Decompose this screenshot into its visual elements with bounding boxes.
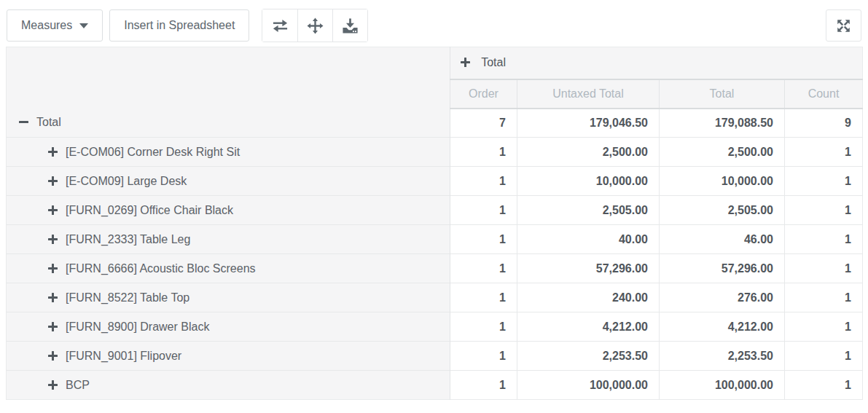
row-header-furn-8522-table-top[interactable]: [FURN_8522] Table Top <box>7 283 450 312</box>
pivot-value-cell[interactable]: 240.00 <box>517 283 660 312</box>
row-header-bcp[interactable]: BCP <box>7 371 450 400</box>
pivot-value-cell[interactable]: 7 <box>450 109 517 138</box>
pivot-value-cell[interactable]: 1 <box>450 371 517 400</box>
insert-in-spreadsheet-label: Insert in Spreadsheet <box>124 19 235 32</box>
pivot-value-cell[interactable]: 1 <box>785 196 863 225</box>
expand-all-icon <box>307 17 324 34</box>
pivot-value-cell[interactable]: 1 <box>450 283 517 312</box>
row-header-furn-0269-office-chair-black[interactable]: [FURN_0269] Office Chair Black <box>7 196 450 225</box>
flip-axis-button[interactable] <box>262 9 297 42</box>
fullscreen-button[interactable] <box>826 9 861 42</box>
measures-button-label: Measures <box>21 19 72 32</box>
row-label-text: [FURN_2333] Table Leg <box>66 233 190 245</box>
pivot-value-cell[interactable]: 1 <box>785 342 863 371</box>
row-header-e-com06-corner-desk-right-sit[interactable]: [E-COM06] Corner Desk Right Sit <box>7 138 450 167</box>
expand-all-button[interactable] <box>297 9 332 42</box>
pivot-value-cell[interactable]: 179,088.50 <box>660 109 785 138</box>
pivot-toolbar: Measures Insert in Spreadsheet <box>0 0 868 45</box>
pivot-value-cell[interactable]: 2,505.00 <box>517 196 660 225</box>
pivot-value-cell[interactable]: 10,000.00 <box>660 167 785 196</box>
pivot-value-cell[interactable]: 40.00 <box>517 225 660 254</box>
measure-header-total[interactable]: Total <box>660 79 785 109</box>
pivot-value-cell[interactable]: 10,000.00 <box>517 167 660 196</box>
measure-header-untaxed-total[interactable]: Untaxed Total <box>517 79 660 109</box>
pivot-col-group-row: Total <box>7 47 863 79</box>
pivot-value-cell[interactable]: 2,253.50 <box>517 342 660 371</box>
row-label-text: [FURN_6666] Acoustic Bloc Screens <box>66 262 256 275</box>
pivot-value-cell[interactable]: 179,046.50 <box>517 109 660 138</box>
row-header-e-com09-large-desk[interactable]: [E-COM09] Large Desk <box>7 167 450 196</box>
pivot-value-cell[interactable]: 9 <box>785 109 863 138</box>
row-label-text: [FURN_8522] Table Top <box>66 291 189 304</box>
pivot-value-cell[interactable]: 2,500.00 <box>517 138 660 167</box>
row-label-text: Total <box>36 116 61 128</box>
flip-axis-icon <box>272 17 289 34</box>
pivot-value-cell[interactable]: 1 <box>450 196 517 225</box>
pivot-row: [E-COM09] Large Desk110,000.0010,000.001 <box>7 167 863 196</box>
pivot-value-cell[interactable]: 100,000.00 <box>517 371 660 400</box>
pivot-value-cell[interactable]: 46.00 <box>660 225 785 254</box>
insert-in-spreadsheet-button[interactable]: Insert in Spreadsheet <box>109 9 249 42</box>
plus-icon <box>48 147 58 157</box>
pivot-value-cell[interactable]: 1 <box>785 254 863 283</box>
pivot-value-cell[interactable]: 100,000.00 <box>660 371 785 400</box>
pivot-corner-cell <box>7 47 450 109</box>
pivot-icon-button-group <box>262 9 368 42</box>
measure-header-count[interactable]: Count <box>785 79 863 109</box>
pivot-value-cell[interactable]: 1 <box>785 283 863 312</box>
pivot-row: [FURN_8522] Table Top1240.00276.001 <box>7 283 863 312</box>
download-xlsx-icon <box>342 17 359 34</box>
row-header-furn-2333-table-leg[interactable]: [FURN_2333] Table Leg <box>7 225 450 254</box>
plus-icon <box>48 176 58 186</box>
plus-icon <box>48 205 58 215</box>
pivot-view: Total Order Untaxed Total Total Count To… <box>0 45 868 400</box>
pivot-row: Total7179,046.50179,088.509 <box>7 109 863 138</box>
pivot-value-cell[interactable]: 1 <box>450 254 517 283</box>
plus-icon <box>48 293 58 302</box>
pivot-value-cell[interactable]: 2,500.00 <box>660 138 785 167</box>
row-header-furn-9001-flipover[interactable]: [FURN_9001] Flipover <box>7 342 450 371</box>
pivot-value-cell[interactable]: 276.00 <box>660 283 785 312</box>
plus-icon <box>48 351 58 361</box>
plus-icon <box>48 380 58 390</box>
col-group-header-total[interactable]: Total <box>450 47 863 79</box>
pivot-value-cell[interactable]: 57,296.00 <box>660 254 785 283</box>
pivot-value-cell[interactable]: 1 <box>450 312 517 342</box>
fullscreen-icon <box>836 18 851 34</box>
pivot-value-cell[interactable]: 2,253.50 <box>660 342 785 371</box>
pivot-row: [FURN_0269] Office Chair Black12,505.002… <box>7 196 863 225</box>
pivot-value-cell[interactable]: 1 <box>450 167 517 196</box>
plus-icon <box>48 235 58 244</box>
pivot-value-cell[interactable]: 2,505.00 <box>660 196 785 225</box>
pivot-value-cell[interactable]: 4,212.00 <box>517 312 660 342</box>
pivot-value-cell[interactable]: 1 <box>785 138 863 167</box>
minus-icon <box>19 117 28 127</box>
plus-icon <box>48 264 58 273</box>
pivot-row: [FURN_6666] Acoustic Bloc Screens157,296… <box>7 254 863 283</box>
pivot-table: Total Order Untaxed Total Total Count To… <box>6 47 863 400</box>
row-header-furn-8900-drawer-black[interactable]: [FURN_8900] Drawer Black <box>7 312 450 342</box>
pivot-value-cell[interactable]: 1 <box>785 167 863 196</box>
pivot-value-cell[interactable]: 57,296.00 <box>517 254 660 283</box>
row-label-text: [E-COM06] Corner Desk Right Sit <box>66 146 240 158</box>
row-header-furn-6666-acoustic-bloc-screens[interactable]: [FURN_6666] Acoustic Bloc Screens <box>7 254 450 283</box>
pivot-value-cell[interactable]: 4,212.00 <box>660 312 785 342</box>
pivot-value-cell[interactable]: 1 <box>785 225 863 254</box>
pivot-value-cell[interactable]: 1 <box>450 225 517 254</box>
caret-down-icon <box>79 23 88 28</box>
row-label-text: [E-COM09] Large Desk <box>66 175 187 187</box>
pivot-value-cell[interactable]: 1 <box>450 342 517 371</box>
pivot-value-cell[interactable]: 1 <box>785 371 863 400</box>
col-group-label: Total <box>481 56 506 68</box>
row-header-total[interactable]: Total <box>7 109 450 138</box>
download-xlsx-button[interactable] <box>332 9 367 42</box>
row-label-text: BCP <box>66 379 90 391</box>
plus-icon <box>461 58 470 67</box>
measure-header-order[interactable]: Order <box>450 79 517 109</box>
pivot-row: [E-COM06] Corner Desk Right Sit12,500.00… <box>7 138 863 167</box>
row-label-text: [FURN_8900] Drawer Black <box>66 320 209 333</box>
pivot-value-cell[interactable]: 1 <box>785 312 863 342</box>
pivot-value-cell[interactable]: 1 <box>450 138 517 167</box>
row-label-text: [FURN_9001] Flipover <box>66 350 181 362</box>
measures-button[interactable]: Measures <box>7 9 103 42</box>
